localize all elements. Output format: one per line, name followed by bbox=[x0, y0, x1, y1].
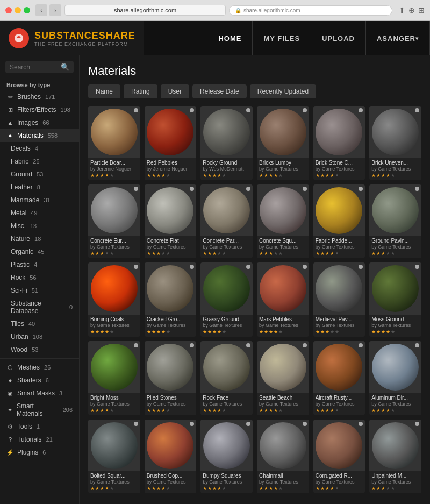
material-name-rock-face: Rock Face bbox=[203, 395, 250, 401]
sidebar-item-images[interactable]: ▲Images66 bbox=[0, 116, 79, 129]
sidebar-item-count-smart-masks: 3 bbox=[59, 390, 62, 396]
filter-btn-rating[interactable]: Rating bbox=[124, 84, 157, 98]
sidebar-item-tiles[interactable]: Tiles40 bbox=[0, 317, 79, 330]
star-3: ★ bbox=[381, 486, 385, 491]
material-indicator-bright-moss bbox=[134, 343, 138, 347]
material-card-fabric-padde[interactable]: Fabric Padde...by Game Textures★★★★★ bbox=[313, 184, 366, 259]
search-input[interactable] bbox=[10, 63, 61, 71]
sidebar-item-materials[interactable]: ●Materials558 bbox=[0, 129, 79, 142]
material-card-red-pebbles[interactable]: Red Pebblesby Jeremie Noguer★★★★★ bbox=[145, 106, 197, 180]
material-card-bright-moss[interactable]: Bright Mossby Game Textures★★★★★ bbox=[88, 341, 140, 415]
material-card-brick-uneven[interactable]: Brick Uneven...by Game Textures★★★★★ bbox=[369, 106, 421, 180]
material-card-moss-ground[interactable]: Moss Groundby Game Textures★★★★★ bbox=[369, 262, 421, 337]
material-card-aluminum-dir[interactable]: Aluminum Dir...by Game Textures★★★★★ bbox=[369, 341, 421, 415]
star-4: ★ bbox=[330, 329, 334, 335]
material-card-brushed-cop[interactable]: Brushed Cop...by Game Textures★★★★★ bbox=[145, 420, 197, 494]
extensions-button[interactable]: ⊞ bbox=[418, 6, 425, 15]
sidebar-item-fabric[interactable]: Fabric25 bbox=[0, 155, 79, 168]
sidebar-item-organic[interactable]: Organic45 bbox=[0, 245, 79, 258]
material-card-seattle-beach[interactable]: Seattle Beachby Game Textures★★★★★ bbox=[257, 341, 309, 415]
minimize-dot[interactable] bbox=[15, 7, 21, 13]
material-card-cracked-gro[interactable]: Cracked Gro...by Game Textures★★★★★ bbox=[145, 262, 197, 337]
material-card-brick-stone-c[interactable]: Brick Stone C...by Game Textures★★★★★ bbox=[313, 106, 366, 180]
forward-button[interactable]: › bbox=[49, 4, 61, 16]
material-author-rocky-ground: by Wes McDermott bbox=[203, 166, 250, 172]
sidebar-item-brushes[interactable]: ✏Brushes171 bbox=[0, 90, 79, 103]
sidebar-item-wood[interactable]: Wood53 bbox=[0, 343, 79, 356]
material-card-burning-coals[interactable]: Burning Coalsby Game Textures★★★★★ bbox=[88, 262, 140, 337]
material-card-concrete-par[interactable]: Concrete Par...by Game Textures★★★★★ bbox=[200, 184, 253, 259]
material-card-chainmail[interactable]: Chainmailby Game Textures★★★★★ bbox=[257, 420, 309, 494]
sidebar-item-substance-db[interactable]: Substance Database0 bbox=[0, 297, 79, 317]
material-card-bricks-lumpy[interactable]: Bricks Lumpyby Game Textures★★★★★ bbox=[257, 106, 309, 180]
star-2: ★ bbox=[264, 486, 268, 491]
material-card-medieval-pav[interactable]: Medieval Pav...by Game Textures★★★★★ bbox=[313, 262, 366, 337]
material-card-grassy-ground[interactable]: Grassy Groundby Game Textures★★★★★ bbox=[200, 262, 253, 337]
maximize-dot[interactable] bbox=[24, 7, 30, 13]
material-card-rock-face[interactable]: Rock Faceby Game Textures★★★★★ bbox=[200, 341, 253, 415]
star-5: ★ bbox=[335, 408, 339, 413]
sidebar-item-nature[interactable]: Nature18 bbox=[0, 232, 79, 245]
browser-tab[interactable]: share.allegorithmic.com bbox=[64, 5, 226, 16]
bookmark-button[interactable]: ⊕ bbox=[408, 6, 415, 15]
material-card-mars-pebbles[interactable]: Mars Pebblesby Game Textures★★★★★ bbox=[257, 262, 309, 337]
sidebar-item-decals[interactable]: Decals4 bbox=[0, 142, 79, 155]
material-card-concrete-eur[interactable]: Concrete Eur...by Game Textures★★★★★ bbox=[88, 184, 140, 259]
material-info-seattle-beach: Seattle Beachby Game Textures★★★★★ bbox=[257, 393, 309, 415]
material-card-bolted-squar[interactable]: Bolted Squar...by Game Textures★★★★★ bbox=[88, 420, 140, 494]
nav-link-home[interactable]: HOME bbox=[207, 21, 253, 55]
material-card-particle-boa[interactable]: Particle Boar...by Jeremie Noguer★★★★★ bbox=[88, 106, 140, 180]
material-author-piled-stones: by Game Textures bbox=[147, 401, 195, 407]
sidebar-item-rock[interactable]: Rock56 bbox=[0, 271, 79, 284]
filter-btn-recently-updated[interactable]: Recently Updated bbox=[250, 84, 316, 98]
sidebar-item-meshes[interactable]: ⬡Meshes26 bbox=[0, 361, 79, 374]
star-4: ★ bbox=[274, 251, 278, 256]
filter-btn-release-date[interactable]: Release Date bbox=[192, 84, 247, 98]
material-card-aircraft-rusty[interactable]: Aircraft Rusty...by Game Textures★★★★★ bbox=[313, 341, 366, 415]
material-card-concrete-squ[interactable]: Concrete Squ...by Game Textures★★★★★ bbox=[257, 184, 309, 259]
material-card-ground-pavin[interactable]: Ground Pavin...by Game Textures★★★★★ bbox=[369, 184, 421, 259]
sidebar-item-smart-materials[interactable]: ✦Smart Materials206 bbox=[0, 400, 79, 420]
sidebar-item-leather[interactable]: Leather8 bbox=[0, 181, 79, 194]
sidebar-item-ground[interactable]: Ground53 bbox=[0, 168, 79, 181]
star-5: ★ bbox=[391, 251, 395, 256]
material-card-piled-stones[interactable]: Piled Stonesby Game Textures★★★★★ bbox=[145, 341, 197, 415]
share-button[interactable]: ⬆ bbox=[399, 6, 405, 15]
material-card-corrugated-r[interactable]: Corrugated R...by Game Textures★★★★★ bbox=[313, 420, 366, 494]
back-button[interactable]: ‹ bbox=[35, 4, 47, 16]
nav-link-myfiles[interactable]: MY FILES bbox=[253, 21, 311, 55]
sidebar-item-plugins[interactable]: ⚡Plugins6 bbox=[0, 446, 79, 459]
address-bar[interactable]: 🔒 share.allegorithmic.com bbox=[229, 5, 392, 16]
star-2: ★ bbox=[376, 251, 381, 256]
sidebar-item-scifi[interactable]: Sci-Fi51 bbox=[0, 284, 79, 297]
material-indicator-bricks-lumpy bbox=[303, 108, 307, 112]
material-info-particle-boa: Particle Boar...by Jeremie Noguer★★★★★ bbox=[88, 158, 140, 180]
sidebar: 🔍 Browse by type ✏Brushes171⊞Filters/Eff… bbox=[0, 55, 80, 504]
material-author-bright-moss: by Game Textures bbox=[90, 401, 138, 407]
filter-btn-name[interactable]: Name bbox=[88, 84, 120, 98]
nav-link-upload[interactable]: UPLOAD bbox=[311, 21, 366, 55]
sidebar-item-misc[interactable]: Misc.13 bbox=[0, 219, 79, 232]
close-dot[interactable] bbox=[5, 7, 12, 13]
sidebar-item-filters[interactable]: ⊞Filters/Effects198 bbox=[0, 103, 79, 116]
material-card-bumpy-squares[interactable]: Bumpy Squaresby Game Textures★★★★★ bbox=[200, 420, 253, 494]
material-card-unpainted-m[interactable]: Unpainted M...by Game Textures★★★★★ bbox=[369, 420, 421, 494]
sidebar-item-urban[interactable]: Urban108 bbox=[0, 330, 79, 343]
sidebar-item-tutorials[interactable]: ?Tutorials21 bbox=[0, 433, 79, 446]
main-layout: 🔍 Browse by type ✏Brushes171⊞Filters/Eff… bbox=[0, 55, 430, 504]
sidebar-item-smart-masks[interactable]: ◉Smart Masks3 bbox=[0, 387, 79, 400]
sidebar-item-tools[interactable]: ⚙Tools1 bbox=[0, 420, 79, 433]
sidebar-item-manmade[interactable]: Manmade31 bbox=[0, 194, 79, 207]
material-rating-aluminum-dir: ★★★★★ bbox=[371, 408, 419, 413]
star-5: ★ bbox=[166, 251, 170, 256]
page-title: Materials bbox=[88, 64, 421, 78]
nav-link-asanger[interactable]: ASANGER bbox=[366, 21, 430, 55]
sidebar-item-shaders[interactable]: ●Shaders6 bbox=[0, 374, 79, 387]
filter-btn-user[interactable]: User bbox=[161, 84, 189, 98]
sidebar-item-plastic[interactable]: Plastic4 bbox=[0, 258, 79, 271]
material-card-rocky-ground[interactable]: Rocky Groundby Wes McDermott★★★★★ bbox=[200, 106, 253, 180]
star-1: ★ bbox=[371, 173, 376, 178]
sidebar-item-metal[interactable]: Metal49 bbox=[0, 207, 79, 219]
material-card-concrete-flat[interactable]: Concrete Flatby Game Textures★★★★★ bbox=[145, 184, 197, 259]
search-button[interactable]: 🔍 bbox=[61, 63, 69, 71]
